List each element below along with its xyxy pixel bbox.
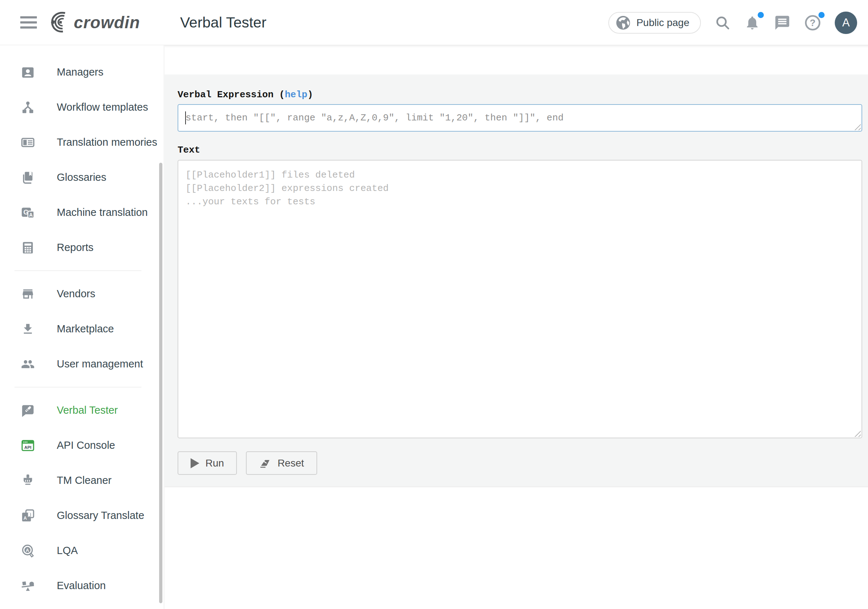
glossaries-icon <box>21 170 35 185</box>
crowdin-bird-icon <box>49 11 70 34</box>
sidebar-item-api-console[interactable]: API API Console <box>0 428 164 463</box>
main-top-strip <box>164 45 868 74</box>
sidebar-item-managers[interactable]: Managers <box>0 54 164 90</box>
hamburger-menu-icon[interactable] <box>20 16 37 29</box>
sidebar: Managers Workflow templates <box>0 45 164 609</box>
verbal-tester-panel: Verbal Expression (help) Text Run <box>164 74 868 487</box>
sidebar-item-label: Workflow templates <box>57 101 148 113</box>
reset-button[interactable]: Reset <box>246 451 317 475</box>
actions-row: Run Reset <box>178 451 862 475</box>
tm-cleaner-icon <box>21 473 35 488</box>
messages-button[interactable] <box>774 14 790 31</box>
crowdin-wordmark: crowdin <box>74 12 140 32</box>
sidebar-item-translation-memories[interactable]: Translation memories <box>0 125 164 160</box>
text-input-wrap <box>178 160 862 438</box>
sidebar-item-evaluation[interactable]: Evaluation <box>0 568 164 603</box>
main-content: Verbal Expression (help) Text Run <box>164 45 868 609</box>
sidebar-item-verbal-tester[interactable]: Verbal Tester <box>0 393 164 428</box>
app-window: crowdin Verbal Tester Public page <box>0 0 868 609</box>
sidebar-item-label: Glossaries <box>57 171 106 183</box>
sidebar-item-machine-translation[interactable]: G A Machine translation <box>0 195 164 230</box>
avatar[interactable]: A <box>835 12 857 34</box>
sidebar-item-label: User management <box>57 358 143 370</box>
sidebar-item-glossaries[interactable]: Glossaries <box>0 160 164 195</box>
sidebar-item-tm-cleaner[interactable]: TM Cleaner <box>0 463 164 498</box>
sidebar-item-reports[interactable]: Reports <box>0 230 164 265</box>
sidebar-item-label: Evaluation <box>57 580 105 592</box>
sidebar-divider <box>14 271 141 271</box>
translation-memories-icon <box>21 135 35 150</box>
sidebar-item-label: Verbal Tester <box>57 404 118 416</box>
sidebar-item-marketplace[interactable]: Marketplace <box>0 311 164 346</box>
test-text-input[interactable] <box>178 160 862 438</box>
public-page-button[interactable]: Public page <box>608 12 701 34</box>
expression-label: Verbal Expression (help) <box>178 89 862 100</box>
reset-button-label: Reset <box>277 457 304 469</box>
text-label: Text <box>178 145 862 155</box>
lqa-icon: A <box>21 544 35 558</box>
vendors-icon <box>21 287 35 301</box>
run-button[interactable]: Run <box>178 451 237 475</box>
user-management-icon <box>21 357 35 371</box>
sidebar-item-workflow-templates[interactable]: Workflow templates <box>0 90 164 125</box>
glossary-translate-icon: A <box>21 508 35 523</box>
sidebar-item-label: API Console <box>57 439 115 451</box>
svg-text:A: A <box>23 515 27 521</box>
svg-text:API: API <box>24 445 31 449</box>
sidebar-item-glossary-translate[interactable]: A Glossary Translate <box>0 498 164 533</box>
svg-text:A: A <box>26 547 29 553</box>
search-button[interactable] <box>715 15 730 31</box>
sidebar-item-label: Translation memories <box>57 136 157 148</box>
sidebar-item-label: Marketplace <box>57 323 114 335</box>
sidebar-scrollbar[interactable] <box>159 163 163 603</box>
help-notification-dot <box>818 12 825 18</box>
avatar-letter: A <box>842 16 850 29</box>
sidebar-divider <box>14 387 141 387</box>
expression-input-wrap <box>178 104 862 132</box>
verbal-tester-icon <box>21 403 35 418</box>
verbal-expression-input[interactable] <box>178 104 862 132</box>
top-header: crowdin Verbal Tester Public page <box>0 0 868 45</box>
marketplace-icon <box>21 322 35 336</box>
notifications-button[interactable] <box>744 14 760 31</box>
sidebar-item-user-management[interactable]: User management <box>0 346 164 381</box>
sidebar-item-label: Reports <box>57 242 94 254</box>
svg-text:?: ? <box>810 17 815 28</box>
svg-text:A: A <box>29 212 33 217</box>
machine-translation-icon: G A <box>21 205 35 220</box>
sidebar-item-label: Machine translation <box>57 206 147 218</box>
help-link[interactable]: help <box>285 89 307 100</box>
sidebar-item-label: TM Cleaner <box>57 474 112 487</box>
help-button[interactable]: ? <box>804 14 821 31</box>
reports-icon <box>21 240 35 255</box>
sidebar-item-vendors[interactable]: Vendors <box>0 276 164 311</box>
crowdin-logo[interactable]: crowdin <box>49 11 140 34</box>
header-left: crowdin <box>0 0 164 45</box>
eraser-icon <box>259 458 271 469</box>
public-page-label: Public page <box>637 17 689 29</box>
sidebar-item-label: LQA <box>57 545 78 556</box>
evaluation-icon <box>21 579 35 593</box>
api-console-icon: API <box>21 438 35 453</box>
text-caret <box>185 112 186 124</box>
play-icon <box>191 458 199 468</box>
sidebar-item-label: Vendors <box>57 288 95 300</box>
globe-icon <box>615 15 631 30</box>
run-button-label: Run <box>205 457 224 469</box>
sidebar-item-label: Glossary Translate <box>57 510 144 521</box>
sidebar-item-lqa[interactable]: A LQA <box>0 533 164 568</box>
managers-icon <box>21 65 35 79</box>
workflow-icon <box>21 100 35 115</box>
page-title: Verbal Tester <box>180 14 267 31</box>
notification-dot <box>758 12 764 18</box>
sidebar-item-label: Managers <box>57 66 104 78</box>
header-actions: Public page <box>608 0 857 45</box>
